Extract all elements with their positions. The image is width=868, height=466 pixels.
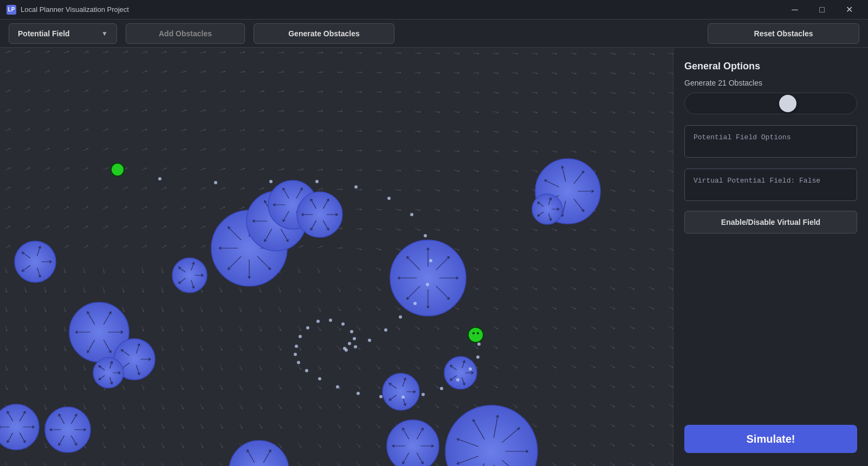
main-layout: General Options Generate 21 Obstacles Po… [0,48,868,466]
toggle-knob [779,95,796,112]
general-options-title: General Options [684,61,857,72]
app-title: Local Planner Visualization Project [21,5,129,14]
canvas-area[interactable] [0,48,673,466]
pf-options-textbox: Potential Field Options [684,125,857,158]
generate-obstacles-count-label: Generate 21 Obstacles [684,79,857,87]
titlebar: LP Local Planner Visualization Project ─… [0,0,868,20]
minimize-button[interactable]: ─ [782,1,807,18]
generate-obstacles-button[interactable]: Generate Obstacles [254,23,394,44]
simulate-button[interactable]: Simulate! [684,425,857,453]
vpf-section: Virtual Potential Field: False Enable/Di… [684,169,857,234]
maximize-button[interactable]: □ [809,1,834,18]
visualization-canvas[interactable] [0,48,673,466]
add-obstacles-button[interactable]: Add Obstacles [126,23,245,44]
titlebar-left: LP Local Planner Visualization Project [7,5,129,15]
close-button[interactable]: ✕ [837,1,861,18]
general-options-section: General Options Generate 21 Obstacles [684,61,857,114]
generate-obstacles-toggle[interactable] [684,93,857,114]
toolbar: Potential Field ▼ Add Obstacles Generate… [0,20,868,48]
right-panel: General Options Generate 21 Obstacles Po… [673,48,868,466]
reset-obstacles-button[interactable]: Reset Obstacles [708,23,859,44]
algorithm-dropdown[interactable]: Potential Field ▼ [9,23,117,44]
algorithm-dropdown-label: Potential Field [18,29,70,38]
chevron-down-icon: ▼ [101,30,108,37]
titlebar-controls: ─ □ ✕ [782,1,861,18]
pf-options-section: Potential Field Options [684,125,857,158]
enable-disable-virtual-field-button[interactable]: Enable/Disable Virtual Field [684,211,857,234]
vpf-status-textbox: Virtual Potential Field: False [684,169,857,201]
app-logo: LP [7,5,16,15]
